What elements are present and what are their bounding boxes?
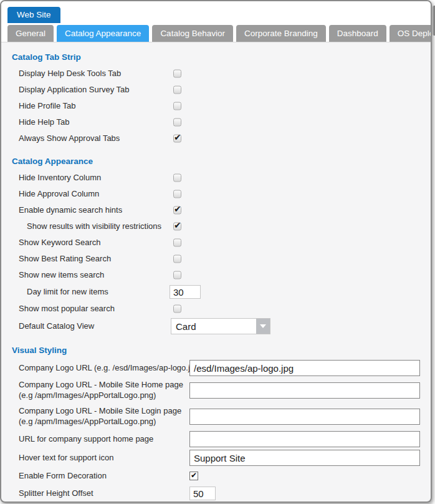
row-show-best-rating-search: Show Best Rating Search (1, 251, 431, 267)
row-show-keyword-search: Show Keyword Search (1, 235, 431, 251)
field-label: Show new items search (19, 270, 104, 281)
field-label: Show Keyword Search (19, 238, 101, 248)
row-splitter-height-offset: Splitter Height Offset (1, 485, 431, 502)
row-company-logo-url-mobile-site-home-page: Company Logo URL - Mobile Site Home page… (1, 377, 431, 404)
input-splitter-height-offset[interactable] (189, 487, 216, 500)
row-enable-dynamic-search-hints: Enable dynamic search hints (1, 202, 431, 218)
field-label: Always Show Approval Tabs (19, 133, 120, 144)
row-hide-approval-column: Hide Approval Column (1, 186, 431, 202)
field-label: Display Help Desk Tools Tab (19, 69, 121, 79)
input-company-logo-url-e-g-esd-images-ap-logo-jpg[interactable] (189, 360, 420, 376)
field-label: Display Application Survey Tab (19, 85, 130, 95)
input-url-for-company-support-home-page[interactable] (189, 431, 420, 447)
checkbox-show-new-items-search[interactable] (173, 271, 181, 279)
input-hover-text-for-support-icon[interactable] (189, 450, 420, 466)
row-show-most-popular-search: Show most popular search (1, 301, 431, 317)
field-label: Day limit for new items (27, 287, 108, 298)
field-label: Default Catalog View (19, 321, 94, 332)
row-show-results-with-visibility-restrictions: Show results with visibility restriction… (1, 218, 431, 235)
row-enable-form-decoration: Enable Form Decoration (1, 467, 431, 485)
checkbox-hide-inventory-column[interactable] (173, 174, 181, 182)
field-label: Company Logo URL - Mobile Site Home page… (19, 380, 183, 401)
section-title-visual-styling: Visual Styling (12, 346, 431, 355)
row-display-application-survey-tab: Display Application Survey Tab (1, 82, 431, 98)
checkbox-hide-approval-column[interactable] (173, 190, 181, 198)
settings-content: Catalog Tab StripDisplay Help Desk Tools… (1, 52, 431, 502)
chevron-down-icon (260, 324, 266, 328)
row-display-help-desk-tools-tab: Display Help Desk Tools Tab (1, 65, 431, 82)
row-company-logo-url-mobile-site-login-page: Company Logo URL - Mobile Site Login pag… (1, 404, 431, 430)
tab-strip: GeneralCatalog AppearanceCatalog Behavio… (1, 25, 431, 42)
checkbox-enable-dynamic-search-hints[interactable] (173, 206, 181, 215)
checkbox-hide-help-tab[interactable] (173, 119, 181, 127)
dropdown-default-catalog-view[interactable]: Card (171, 318, 270, 334)
field-label: Enable dynamic search hints (19, 205, 122, 216)
section-title-catalog-tab-strip: Catalog Tab Strip (12, 52, 431, 62)
field-label: Hide Help Tab (19, 117, 69, 128)
field-label: Splitter Height Offset (19, 488, 93, 499)
field-label: Hide Approval Column (19, 189, 99, 200)
row-show-new-items-search: Show new items search (1, 267, 431, 283)
checkbox-always-show-approval-tabs[interactable] (173, 135, 181, 143)
row-always-show-approval-tabs: Always Show Approval Tabs (1, 130, 431, 147)
checkbox-enable-form-decoration[interactable] (189, 472, 198, 480)
field-label: Show Best Rating Search (19, 254, 111, 264)
checkbox-show-most-popular-search[interactable] (173, 305, 181, 313)
field-label: Show most popular search (19, 304, 115, 314)
row-hide-inventory-column: Hide Inventory Column (1, 170, 431, 186)
row-day-limit-for-new-items: Day limit for new items (1, 283, 431, 301)
field-label: Hover text for support icon (19, 453, 113, 463)
row-hide-help-tab: Hide Help Tab (1, 114, 431, 130)
field-label: URL for company support home page (19, 434, 153, 445)
field-label: Company Logo URL - Mobile Site Login pag… (19, 406, 181, 427)
tab-os-deployment[interactable]: OS Deployment (390, 25, 432, 42)
field-label: Enable Form Decoration (19, 471, 107, 482)
row-url-for-company-support-home-page: URL for company support home page (1, 430, 431, 448)
checkbox-display-application-survey-tab[interactable] (173, 86, 181, 94)
checkbox-show-best-rating-search[interactable] (173, 255, 181, 263)
row-default-catalog-view: Default Catalog ViewCard (1, 317, 431, 336)
input-company-logo-url-mobile-site-home-page[interactable] (189, 382, 420, 399)
row-hide-profile-tab: Hide Profile Tab (1, 98, 431, 114)
row-company-logo-url-e-g-esd-images-ap-logo-jpg: Company Logo URL (e.g. /esd/Images/ap-lo… (1, 359, 431, 377)
field-label: Show results with visibility restriction… (27, 221, 161, 232)
tab-catalog-appearance[interactable]: Catalog Appearance (57, 25, 149, 42)
checkbox-hide-profile-tab[interactable] (173, 102, 181, 110)
checkbox-show-results-with-visibility-restrictions[interactable] (173, 223, 181, 231)
tab-corporate-branding[interactable]: Corporate Branding (236, 25, 326, 42)
checkbox-display-help-desk-tools-tab[interactable] (173, 70, 181, 78)
dropdown-arrow-button[interactable] (256, 319, 270, 334)
input-company-logo-url-mobile-site-login-page[interactable] (189, 409, 420, 425)
settings-window: Web Site GeneralCatalog AppearanceCatalo… (0, 0, 432, 503)
field-label: Company Logo URL (e.g. /esd/Images/ap-lo… (19, 363, 202, 374)
checkbox-show-keyword-search[interactable] (173, 239, 181, 247)
vertical-scrollbar-thumb[interactable] (433, 6, 435, 36)
tab-dashboard[interactable]: Dashboard (329, 25, 386, 42)
field-label: Hide Profile Tab (19, 101, 76, 112)
row-hover-text-for-support-icon: Hover text for support icon (1, 448, 431, 467)
tab-web-site[interactable]: Web Site (7, 7, 60, 23)
dropdown-selected-value: Card (171, 321, 256, 332)
section-title-catalog-appearance: Catalog Appearance (12, 157, 431, 166)
tabs-area: Web Site GeneralCatalog AppearanceCatalo… (1, 1, 431, 42)
input-day-limit-for-new-items[interactable] (170, 285, 201, 299)
tab-catalog-behavior[interactable]: Catalog Behavior (152, 25, 233, 42)
field-label: Hide Inventory Column (19, 173, 101, 183)
tab-general[interactable]: General (7, 25, 54, 42)
